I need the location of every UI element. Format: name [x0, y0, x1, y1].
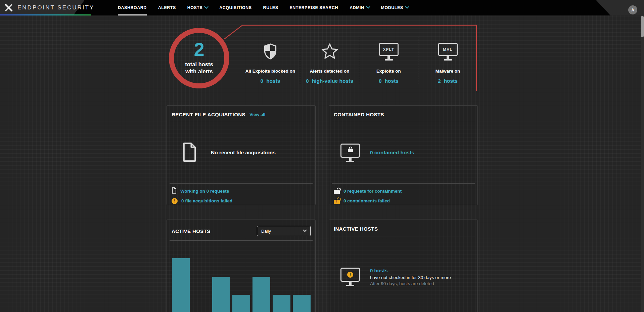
- inactive-host-monitor-warning-icon: [340, 268, 360, 286]
- brand-accent-bar: [0, 14, 91, 15]
- working-requests-link[interactable]: Working on 0 requests: [180, 189, 229, 194]
- containments-failed-row: 0 containments failed: [334, 196, 473, 206]
- active-hosts-panel: ACTIVE HOSTS Daily 06-1106-1206-1306-140…: [167, 220, 316, 312]
- nav-item-acquisitions[interactable]: ACQUISITIONS: [219, 0, 251, 15]
- period-select-value: Daily: [261, 229, 271, 234]
- bar-06-11: [172, 258, 190, 312]
- contained-host-monitor-lock-icon: [340, 144, 360, 162]
- stat-malware-on: MALMalware on2hosts: [418, 37, 477, 84]
- panel-header: INACTIVE HOSTS: [332, 222, 475, 236]
- bar-06-15: [252, 277, 270, 312]
- chart-plot-area: [172, 258, 313, 312]
- exploit-monitor-icon: XPLT: [379, 37, 399, 66]
- working-requests-row: Working on 0 requests: [172, 186, 311, 196]
- nav-item-label: ACQUISITIONS: [219, 5, 251, 10]
- total-hosts-with-alerts-circle[interactable]: 2 total hosts with alerts: [169, 28, 229, 88]
- stat-unit: hosts: [266, 78, 280, 84]
- document-icon: [182, 142, 197, 163]
- unlock-icon: [334, 190, 340, 194]
- panel-title: CONTAINED HOSTS: [334, 112, 384, 117]
- warning-icon: [172, 198, 178, 204]
- stat-count: 2: [438, 78, 441, 84]
- lock-warning-icon: [334, 200, 340, 204]
- nav-item-label: MODULES: [381, 5, 403, 10]
- empty-message: No recent file acquisitions: [211, 150, 276, 156]
- stat-count: 0: [261, 78, 264, 84]
- malware-monitor-icon: MAL: [438, 37, 458, 66]
- stat-count: 0: [306, 78, 309, 84]
- lock-icon: [348, 149, 353, 152]
- user-avatar[interactable]: A: [628, 5, 637, 14]
- stat-value-link[interactable]: 0hosts: [261, 78, 280, 84]
- nav-item-label: ENTERPRISE SEARCH: [289, 5, 338, 10]
- top-nav: ENDPOINT SECURITY DASHBOARDALERTSHOSTSAC…: [0, 0, 644, 15]
- panel-body: 0 contained hosts: [329, 122, 477, 183]
- fireeye-x-logo: [5, 4, 13, 12]
- nav-item-label: ALERTS: [158, 5, 176, 10]
- stat-all-exploits-blocked-on: All Exploits blocked on0hosts: [241, 37, 300, 84]
- view-all-link[interactable]: View all: [249, 112, 265, 117]
- nav-item-label: HOSTS: [187, 5, 203, 10]
- inactive-hosts-text: 0 hosts have not checked in for 30 days …: [370, 268, 451, 286]
- total-alerts-label: total hosts with alerts: [185, 61, 213, 75]
- inactive-hosts-note: After 90 days, hosts are deleted: [370, 281, 451, 286]
- nav-item-alerts[interactable]: ALERTS: [158, 0, 176, 15]
- containment-requests-link[interactable]: 0 requests for containment: [343, 189, 402, 194]
- inactive-hosts-detail: have not checked in for 30 days or more: [370, 275, 451, 280]
- nav-item-rules[interactable]: RULES: [263, 0, 278, 15]
- recent-file-acquisitions-panel: RECENT FILE ACQUISITIONS View all No rec…: [167, 105, 316, 205]
- stat-alerts-detected-on: Alerts detected on0high-value hosts: [300, 37, 359, 84]
- stat-unit: high-value hosts: [312, 78, 353, 84]
- scrollbar-thumb[interactable]: [641, 16, 644, 37]
- panel-title: INACTIVE HOSTS: [334, 226, 378, 232]
- primary-nav: DASHBOARDALERTSHOSTSACQUISITIONSRULESENT…: [118, 0, 409, 15]
- stat-label: All Exploits blocked on: [245, 69, 295, 74]
- stat-value-link[interactable]: 2hosts: [438, 78, 458, 84]
- nav-item-admin[interactable]: ADMIN: [350, 0, 369, 15]
- bar-today: [293, 295, 311, 312]
- contained-hosts-link[interactable]: 0 contained hosts: [370, 150, 414, 156]
- stat-value-link[interactable]: 0hosts: [379, 78, 399, 84]
- brand-home-link[interactable]: ENDPOINT SECURITY: [5, 0, 94, 15]
- stat-label: Malware on: [435, 69, 460, 74]
- chevron-down-icon: [204, 4, 209, 9]
- nav-item-hosts[interactable]: HOSTS: [187, 0, 208, 15]
- total-alerts-count: 2: [194, 40, 204, 59]
- nav-item-label: ADMIN: [350, 5, 364, 10]
- containments-failed-link[interactable]: 0 containments failed: [343, 198, 390, 203]
- brand-title: ENDPOINT SECURITY: [17, 4, 94, 11]
- document-icon: [172, 187, 177, 195]
- warning-icon: [347, 272, 353, 278]
- failed-acquisitions-link[interactable]: 0 file acquisitions failed: [181, 198, 232, 203]
- stat-unit: hosts: [444, 78, 458, 84]
- containment-requests-row: 0 requests for containment: [334, 186, 473, 196]
- alert-summary-stats: All Exploits blocked on0hostsAlerts dete…: [241, 37, 477, 84]
- chevron-down-icon: [405, 4, 409, 9]
- stat-unit: hosts: [385, 78, 399, 84]
- panel-header: ACTIVE HOSTS Daily: [170, 222, 313, 241]
- active-hosts-bar-chart: 06-1106-1206-1306-1406-1506-16Today: [172, 258, 313, 312]
- panel-title: RECENT FILE ACQUISITIONS: [172, 112, 245, 117]
- stat-label: Exploits on: [376, 69, 401, 74]
- nav-item-label: RULES: [263, 5, 278, 10]
- nav-item-dashboard[interactable]: DASHBOARD: [118, 0, 147, 15]
- panel-header: CONTAINED HOSTS: [332, 108, 475, 122]
- dashboard-content: 2 total hosts with alerts All Exploits b…: [0, 15, 644, 312]
- stat-exploits-on: XPLTExploits on0hosts: [359, 37, 418, 84]
- stat-count: 0: [379, 78, 382, 84]
- endpoint-security-dashboard: ENDPOINT SECURITY DASHBOARDALERTSHOSTSAC…: [0, 0, 644, 312]
- inactive-hosts-link[interactable]: 0 hosts: [370, 268, 451, 273]
- panel-title: ACTIVE HOSTS: [172, 228, 211, 234]
- panel-body: 0 hosts have not checked in for 30 days …: [329, 236, 477, 312]
- inactive-hosts-panel: INACTIVE HOSTS 0 hosts have not checked …: [329, 220, 478, 312]
- scrollbar-track[interactable]: [641, 15, 644, 312]
- bar-06-14: [232, 295, 250, 312]
- period-select[interactable]: Daily: [257, 226, 311, 236]
- nav-item-label: DASHBOARD: [118, 5, 147, 10]
- nav-item-enterprise-search[interactable]: ENTERPRISE SEARCH: [289, 0, 338, 15]
- chevron-down-icon: [303, 228, 307, 232]
- contained-hosts-panel: CONTAINED HOSTS 0 contained hosts 0 requ…: [329, 105, 478, 205]
- stat-value-link[interactable]: 0high-value hosts: [306, 78, 353, 84]
- nav-item-modules[interactable]: MODULES: [381, 0, 409, 15]
- bar-06-16: [273, 295, 290, 312]
